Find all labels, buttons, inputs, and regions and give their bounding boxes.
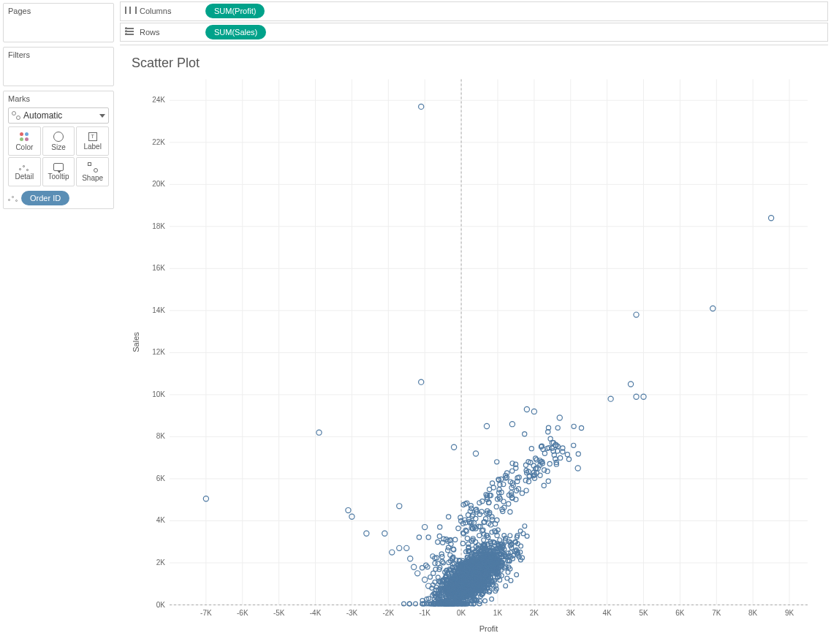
svg-text:-7K: -7K [200,609,212,617]
svg-point-1707 [482,538,486,542]
svg-point-1886 [572,424,576,428]
svg-text:18K: 18K [152,222,165,230]
scatter-chart[interactable]: -7K-6K-5K-4K-3K-2K-1K0K1K2K3K4K5K6K7K8K9… [127,72,821,641]
svg-point-2008 [364,531,369,536]
marks-size-button[interactable]: Size [42,126,75,156]
svg-point-1934 [572,443,576,447]
marks-label-button[interactable]: T Label [76,126,109,156]
main-area: Columns SUM(Profit) Rows SUM(Sales) Scat… [117,0,831,644]
svg-text:8K: 8K [748,609,758,617]
svg-point-2010 [397,545,402,550]
svg-point-843 [505,576,509,580]
shape-icon [88,162,98,173]
filters-shelf[interactable]: Filters [3,47,114,86]
rows-label: Rows [140,28,160,37]
svg-point-2012 [408,556,413,561]
svg-point-2004 [452,444,457,450]
marks-detail-button[interactable]: Detail [8,157,41,186]
svg-point-957 [498,538,502,542]
svg-point-1856 [465,536,469,540]
svg-point-1152 [499,574,504,578]
svg-text:-1K: -1K [419,609,430,617]
svg-point-2005 [473,451,478,456]
svg-point-2003 [484,423,489,428]
color-icon [19,132,29,142]
svg-text:20K: 20K [152,180,165,188]
marks-color-button[interactable]: Color [8,126,41,156]
shape-auto-icon [12,111,20,120]
svg-point-1979 [453,537,458,542]
svg-point-2020 [397,504,402,509]
svg-point-771 [525,534,529,539]
svg-point-1988 [419,379,424,384]
svg-text:8K: 8K [156,432,166,440]
svg-point-1392 [515,572,519,577]
svg-point-1723 [506,570,510,575]
marks-shape-button[interactable]: Shape [76,157,109,186]
svg-text:-4K: -4K [310,609,322,617]
marks-tooltip-label: Tooltip [48,173,69,181]
detail-pill-order-id[interactable]: Order ID [21,191,69,205]
rows-shelf[interactable]: Rows SUM(Sales) [120,23,828,42]
svg-point-1949 [576,452,580,456]
svg-point-912 [523,524,527,529]
marks-card: Marks Automatic Color Size T [3,91,114,209]
pages-shelf[interactable]: Pages [3,3,114,42]
svg-point-1745 [407,602,411,606]
pages-title: Pages [8,7,109,15]
svg-point-1998 [557,415,562,420]
svg-text:-6K: -6K [237,609,248,617]
mark-type-dropdown[interactable]: Automatic [8,107,109,124]
svg-point-1975 [501,499,506,504]
svg-point-392 [490,530,494,534]
tooltip-icon [53,163,64,171]
svg-point-1826 [456,526,460,531]
svg-text:6K: 6K [156,474,166,482]
svg-point-2006 [346,507,351,512]
svg-point-1897 [438,525,442,529]
svg-point-763 [521,531,525,536]
columns-shelf[interactable]: Columns SUM(Profit) [120,1,828,21]
svg-point-1891 [579,425,583,430]
viz-pane[interactable]: Scatter Plot -7K-6K-5K-4K-3K-2K-1K0K1K2K… [120,45,828,641]
filters-title: Filters [8,50,109,59]
columns-pill-profit[interactable]: SUM(Profit) [205,4,265,18]
svg-text:16K: 16K [152,264,165,272]
marks-label-label: Label [83,143,101,151]
svg-point-1699 [402,602,406,606]
svg-text:Sales: Sales [132,332,140,352]
svg-point-1905 [469,506,474,510]
svg-point-1997 [509,422,515,427]
svg-point-1883 [546,479,550,483]
svg-point-1846 [431,571,436,575]
chart-area[interactable]: -7K-6K-5K-4K-3K-2K-1K0K1K2K3K4K5K6K7K8K9… [127,72,821,641]
svg-point-1864 [529,447,534,451]
columns-label: Columns [140,7,171,15]
svg-point-1405 [414,602,418,606]
svg-point-1341 [428,575,433,579]
marks-title: Marks [8,94,109,103]
svg-point-1794 [523,432,527,436]
detail-pill-label: Order ID [30,191,61,205]
svg-text:2K: 2K [530,609,539,617]
svg-point-1807 [555,425,560,430]
svg-text:-3K: -3K [346,609,358,617]
marks-tooltip-button[interactable]: Tooltip [42,157,75,186]
svg-point-1906 [506,501,511,506]
svg-point-1824 [524,488,528,493]
svg-text:Profit: Profit [479,624,498,633]
svg-text:4K: 4K [156,516,166,524]
svg-point-599 [490,597,494,602]
svg-point-1964 [417,535,421,539]
svg-point-1971 [542,483,546,488]
label-icon: T [88,132,97,141]
svg-point-1770 [437,534,441,538]
svg-text:4K: 4K [603,609,612,617]
viz-title: Scatter Plot [132,56,821,71]
svg-text:3K: 3K [566,609,576,617]
svg-text:24K: 24K [152,96,165,104]
svg-point-1959 [542,451,547,455]
rows-pill-sales[interactable]: SUM(Sales) [205,25,266,39]
svg-point-1909 [426,535,430,539]
rows-pill-label: SUM(Sales) [214,25,257,39]
